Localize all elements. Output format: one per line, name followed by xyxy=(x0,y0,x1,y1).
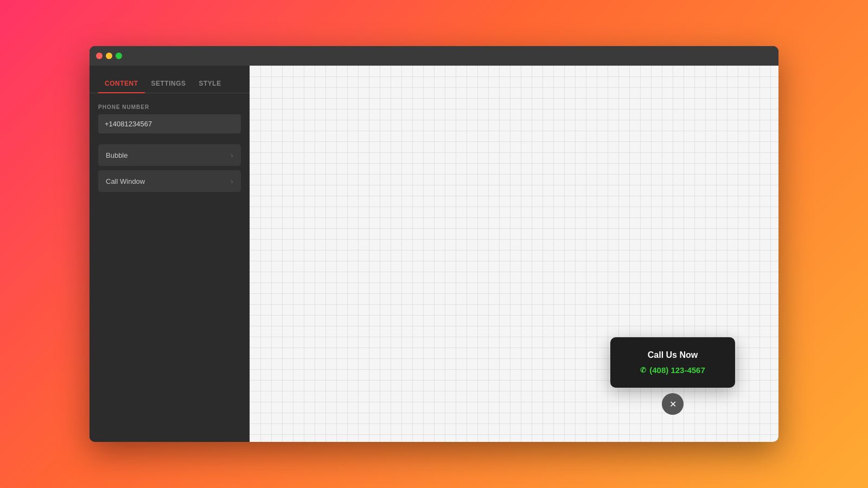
phone-number-input[interactable] xyxy=(98,114,241,133)
title-bar xyxy=(90,46,778,66)
preview-area: Call Us Now ✆ (408) 123-4567 ✕ xyxy=(250,66,778,442)
call-widget: Call Us Now ✆ (408) 123-4567 ✕ xyxy=(610,337,735,415)
close-button[interactable] xyxy=(96,53,103,59)
bubble-label: Bubble xyxy=(106,151,127,159)
call-window-list-item[interactable]: Call Window › xyxy=(98,170,241,192)
fullscreen-button[interactable] xyxy=(116,53,122,59)
sidebar: CONTENT SETTINGS STYLE PHONE NUMBER Bubb… xyxy=(90,66,250,442)
minimize-button[interactable] xyxy=(106,53,112,59)
tab-content[interactable]: CONTENT xyxy=(98,74,145,93)
traffic-lights xyxy=(96,53,122,59)
call-window-label: Call Window xyxy=(106,177,145,185)
phone-number-label: PHONE NUMBER xyxy=(98,104,241,110)
call-window-phone[interactable]: ✆ (408) 123-4567 xyxy=(628,365,718,375)
call-window-card-title: Call Us Now xyxy=(628,350,718,360)
bubble-list-item[interactable]: Bubble › xyxy=(98,144,241,166)
call-window-card: Call Us Now ✆ (408) 123-4567 xyxy=(610,337,735,388)
call-window-phone-number: (408) 123-4567 xyxy=(649,365,705,375)
close-icon: ✕ xyxy=(669,399,676,409)
tabs-bar: CONTENT SETTINGS STYLE xyxy=(90,66,250,93)
tab-style[interactable]: STYLE xyxy=(193,74,228,93)
close-widget-button[interactable]: ✕ xyxy=(662,393,684,415)
phone-icon: ✆ xyxy=(640,366,646,374)
call-window-chevron-icon: › xyxy=(231,177,233,185)
app-window: CONTENT SETTINGS STYLE PHONE NUMBER Bubb… xyxy=(90,46,778,442)
bubble-chevron-icon: › xyxy=(231,151,233,159)
tab-settings[interactable]: SETTINGS xyxy=(145,74,193,93)
window-body: CONTENT SETTINGS STYLE PHONE NUMBER Bubb… xyxy=(90,66,778,442)
sidebar-content: PHONE NUMBER Bubble › Call Window › xyxy=(90,93,250,442)
